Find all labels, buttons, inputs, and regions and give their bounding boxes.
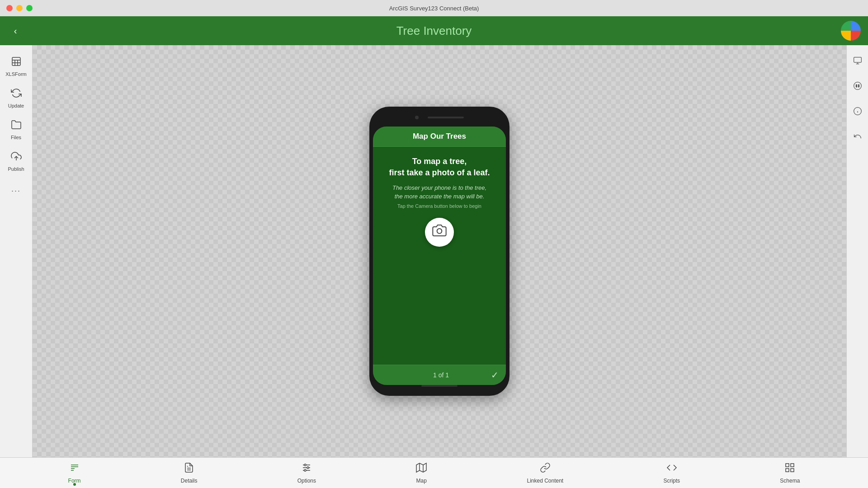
svg-point-27: [307, 467, 309, 469]
options-label: Options: [297, 478, 316, 484]
sidebar-item-xlsform[interactable]: XLSForm: [2, 52, 31, 80]
form-icon: [69, 462, 80, 476]
app-title: ArcGIS Survey123 Connect (Beta): [389, 5, 479, 12]
svg-marker-30: [416, 463, 426, 472]
tab-map[interactable]: Map: [409, 460, 434, 486]
phone-speaker-area: [415, 116, 464, 119]
user-avatar[interactable]: [841, 21, 861, 41]
monitor-button[interactable]: [849, 52, 866, 69]
svg-rect-7: [854, 57, 861, 63]
tab-linked-content[interactable]: Linked Content: [519, 460, 571, 486]
phone-sub-text: The closer your phone is to the tree,the…: [392, 184, 486, 200]
active-dot: [73, 483, 76, 486]
scripts-icon: [666, 462, 677, 476]
sidebar-item-publish[interactable]: Publish: [2, 147, 31, 175]
files-label: Files: [11, 135, 21, 140]
svg-point-6: [437, 229, 442, 234]
phone-hint-text: Tap the Camera button below to begin: [397, 203, 481, 209]
phone-screen-title: Map Our Trees: [413, 132, 466, 141]
svg-point-25: [304, 464, 306, 466]
minimize-button[interactable]: [16, 5, 23, 11]
linked-content-label: Linked Content: [527, 478, 563, 484]
camera-button[interactable]: [425, 218, 454, 247]
xlsform-icon: [11, 56, 22, 70]
check-icon: ✓: [491, 370, 499, 380]
files-icon: [11, 119, 22, 133]
phone-screen-body: To map a tree,first take a photo of a le…: [373, 147, 506, 365]
publish-label: Publish: [8, 166, 24, 172]
schema-icon: [784, 462, 795, 476]
update-label: Update: [8, 103, 24, 108]
svg-point-12: [858, 84, 859, 86]
undo-button[interactable]: [849, 128, 866, 145]
svg-rect-36: [791, 469, 794, 472]
svg-rect-35: [786, 469, 789, 472]
back-button[interactable]: ‹: [7, 23, 24, 39]
back-icon: ‹: [14, 26, 17, 36]
tab-schema[interactable]: Schema: [773, 460, 807, 486]
svg-rect-34: [791, 464, 794, 467]
phone-speaker-bar: [428, 117, 464, 118]
maximize-button[interactable]: [26, 5, 33, 11]
update-icon: [11, 88, 22, 101]
info-button[interactable]: [849, 103, 866, 119]
tab-options[interactable]: Options: [290, 460, 323, 486]
page-indicator: 1 of 1: [391, 371, 491, 379]
title-bar: ArcGIS Survey123 Connect (Beta): [0, 0, 868, 16]
linked-content-icon: [540, 462, 551, 476]
phone-main-text: To map a tree,first take a photo of a le…: [389, 156, 490, 178]
schema-label: Schema: [780, 478, 800, 484]
phone-mockup: Map Our Trees To map a tree,first take a…: [369, 107, 509, 396]
close-button[interactable]: [6, 5, 13, 11]
svg-rect-33: [786, 464, 789, 467]
map-label: Map: [416, 478, 427, 484]
tab-scripts[interactable]: Scripts: [656, 460, 687, 486]
camera-icon: [432, 223, 447, 241]
phone-home-indicator: [421, 385, 458, 387]
details-icon: [184, 462, 194, 476]
svg-point-29: [304, 469, 306, 471]
phone-screen-header: Map Our Trees: [373, 127, 506, 147]
more-icon: ...: [11, 184, 21, 194]
scripts-label: Scripts: [663, 478, 680, 484]
right-sidebar: [846, 45, 868, 457]
sidebar-more-button[interactable]: ...: [2, 179, 31, 197]
phone-screen: Map Our Trees To map a tree,first take a…: [373, 127, 506, 385]
bottom-toolbar: Form Details Options: [0, 457, 868, 488]
svg-point-10: [854, 82, 861, 90]
content-area: Map Our Trees To map a tree,first take a…: [33, 45, 846, 457]
sidebar-item-update[interactable]: Update: [2, 84, 31, 112]
xlsform-label: XLSForm: [5, 71, 26, 77]
main-layout: XLSForm Update Files: [0, 45, 868, 457]
svg-rect-0: [12, 57, 20, 66]
palette-button[interactable]: [849, 78, 866, 94]
details-label: Details: [181, 478, 198, 484]
phone-dot: [415, 116, 419, 119]
tab-details[interactable]: Details: [174, 460, 205, 486]
app-header: ‹ Tree Inventory: [0, 16, 868, 45]
window-controls: [6, 5, 33, 11]
svg-point-14: [858, 86, 859, 87]
left-sidebar: XLSForm Update Files: [0, 45, 33, 457]
svg-point-13: [856, 86, 857, 87]
header-title: Tree Inventory: [396, 24, 472, 38]
tab-form[interactable]: Form: [61, 460, 88, 486]
publish-icon: [11, 151, 22, 164]
map-icon: [416, 462, 427, 476]
options-icon: [301, 462, 312, 476]
svg-point-11: [856, 84, 857, 86]
sidebar-item-files[interactable]: Files: [2, 116, 31, 144]
phone-footer: 1 of 1 ✓: [373, 365, 506, 385]
